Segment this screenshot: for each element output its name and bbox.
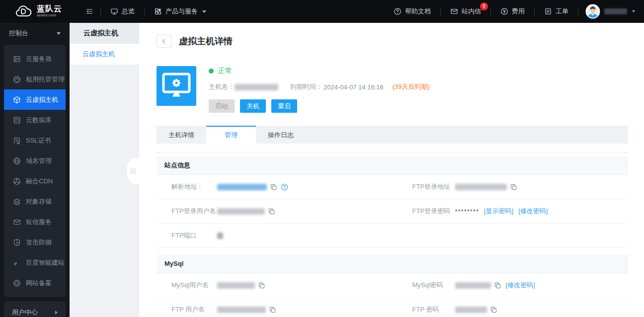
top-menu-item[interactable]: 费用	[491, 0, 534, 23]
copy-icon[interactable]	[510, 184, 517, 190]
field-row: FTP端口	[157, 224, 628, 248]
redacted-value	[217, 184, 267, 190]
copy-icon[interactable]	[269, 307, 276, 313]
menu-fold-icon	[129, 167, 137, 175]
sidebar-item[interactable]: e百度智能建站	[4, 252, 66, 273]
field-cell: FTP 用户名	[157, 298, 393, 317]
sidebar-group-console[interactable]: 控制台	[0, 23, 70, 44]
brand-domain: landui.com	[37, 13, 62, 17]
sidebar-item-label: 融合CDN	[26, 177, 53, 186]
field-label: FTP登录用户名	[171, 207, 217, 216]
user-menu[interactable]	[585, 4, 635, 19]
console-label: 控制台	[9, 29, 28, 38]
copy-icon[interactable]	[258, 282, 265, 289]
field-label: MySql密码	[412, 281, 455, 290]
copy-icon[interactable]	[270, 184, 277, 190]
field-value: ********[显示密码][修改密码]	[455, 207, 548, 216]
sidebar-item[interactable]: SSL证书	[4, 130, 66, 151]
field-value	[455, 184, 517, 190]
monitor-icon	[110, 7, 118, 15]
sidebar-item[interactable]: 短信服务	[4, 212, 66, 232]
sidebar-item[interactable]: 云服务器	[4, 49, 66, 69]
app-window: 蓝队云 landui.com 总览产品与服务 帮助文档站内信9费用工单	[0, 0, 644, 317]
copy-icon[interactable]	[268, 208, 275, 215]
sidebar-item-label: 百度智能建站	[26, 258, 65, 267]
chevron-down-icon	[57, 32, 61, 35]
top-menu-item[interactable]: 产品与服务	[145, 0, 216, 23]
tab-active[interactable]: 管理	[206, 126, 256, 144]
sidebar-collapse-icon[interactable]	[76, 0, 100, 23]
field-value	[217, 183, 288, 191]
top-menu-item[interactable]: 帮助文档	[384, 0, 440, 23]
field-label: FTP端口	[171, 231, 217, 240]
sidebar-item[interactable]: 云虚拟主机	[4, 89, 66, 110]
sidebar-item[interactable]: 融合CDN	[4, 171, 66, 191]
top-menu-label: 产品与服务	[165, 7, 198, 16]
top-menu-item[interactable]: 工单	[535, 0, 578, 23]
redacted-value	[217, 233, 223, 239]
field-row: FTP登录用户名FTP登录密码********[显示密码][修改密码]	[157, 199, 628, 224]
secondary-sidebar-item[interactable]: 云虚拟主机	[70, 44, 139, 65]
primary-sidebar: 控制台 云服务器租用托管管理云虚拟主机云数据库SSL证书域名管理融合CDN对象存…	[0, 23, 70, 317]
field-cell: FTP登录地址	[393, 175, 629, 199]
field-cell: 解析地址 :	[157, 175, 393, 199]
top-navbar: 蓝队云 landui.com 总览产品与服务 帮助文档站内信9费用工单	[0, 0, 644, 23]
host-card: 正常 主机名： 到期时间： 2024-04-07 14:16:16 (39天后到…	[157, 66, 628, 113]
chevron-down-icon	[632, 10, 635, 12]
sidebar-item[interactable]: 租用托管管理	[4, 69, 66, 89]
panel-collapse-handle[interactable]	[127, 158, 139, 184]
sidebar-item[interactable]: 网站备案	[4, 273, 66, 293]
password-action-link[interactable]: [显示密码]	[484, 207, 513, 216]
logo[interactable]: 蓝队云 landui.com	[14, 5, 76, 18]
chevron-right-icon	[55, 311, 58, 315]
field-row: FTP 用户名FTP 密码	[157, 298, 628, 317]
sidebar-item-label: 攻击防御	[26, 238, 52, 247]
status-badge: 正常	[209, 67, 430, 76]
password-action-link[interactable]: [修改密码]	[518, 207, 548, 216]
field-label: FTP登录密码	[412, 207, 455, 216]
hostname-label: 主机名：	[209, 82, 235, 91]
copy-icon[interactable]	[490, 307, 497, 313]
main-content: 虚拟主机详情	[139, 23, 644, 317]
copy-icon[interactable]	[494, 282, 501, 289]
cloud-logo-icon	[14, 5, 33, 18]
server-icon	[13, 55, 21, 63]
sidebar-item[interactable]: 域名管理	[4, 151, 66, 171]
power-button[interactable]: 关机	[240, 99, 266, 113]
field-cell: MySql密码[修改密码]	[393, 273, 629, 297]
sidebar-item[interactable]: 云数据库	[4, 110, 66, 130]
certificate-icon	[13, 137, 21, 145]
cdn-icon	[13, 177, 21, 185]
back-button[interactable]	[157, 35, 171, 48]
secondary-sidebar: 云虚拟主机 云虚拟主机	[70, 23, 139, 317]
status-text: 正常	[218, 67, 232, 76]
question-icon[interactable]	[281, 183, 288, 191]
top-menu-label: 工单	[556, 7, 568, 16]
top-menu-item[interactable]: 总览	[101, 0, 144, 23]
redacted-value	[455, 184, 507, 190]
sidebar-item-user-center[interactable]: 用户中心	[4, 301, 66, 317]
sidebar-item[interactable]: 攻击防御	[4, 232, 66, 252]
top-menu: 总览产品与服务	[101, 0, 216, 23]
expire-label: 到期时间：	[290, 82, 322, 91]
sidebar-item[interactable]: 对象存储	[4, 191, 66, 212]
tab-item[interactable]: 主机详情	[157, 126, 206, 144]
tab-item[interactable]: 操作日志	[256, 126, 306, 144]
field-cell	[393, 224, 629, 247]
power-button[interactable]: 启动	[209, 99, 235, 113]
field-value: [修改密码]	[455, 281, 535, 290]
user-center-label: 用户中心	[12, 308, 38, 317]
sidebar-item-label: SSL证书	[26, 136, 51, 145]
sidebar-item-label: 云虚拟主机	[26, 95, 58, 104]
field-cell: FTP登录密码********[显示密码][修改密码]	[393, 199, 629, 223]
power-button[interactable]: 重启	[271, 99, 297, 113]
avatar	[585, 4, 600, 19]
divider	[578, 7, 578, 16]
svg-text:e: e	[14, 259, 17, 266]
storage-icon	[13, 198, 21, 206]
password-action-link[interactable]: [修改密码]	[506, 281, 535, 290]
sidebar-item-label: 短信服务	[26, 218, 52, 227]
top-menu-item[interactable]: 站内信9	[441, 0, 490, 23]
field-cell: MySql用户名	[157, 273, 393, 297]
menu-fold-icon	[85, 7, 93, 15]
